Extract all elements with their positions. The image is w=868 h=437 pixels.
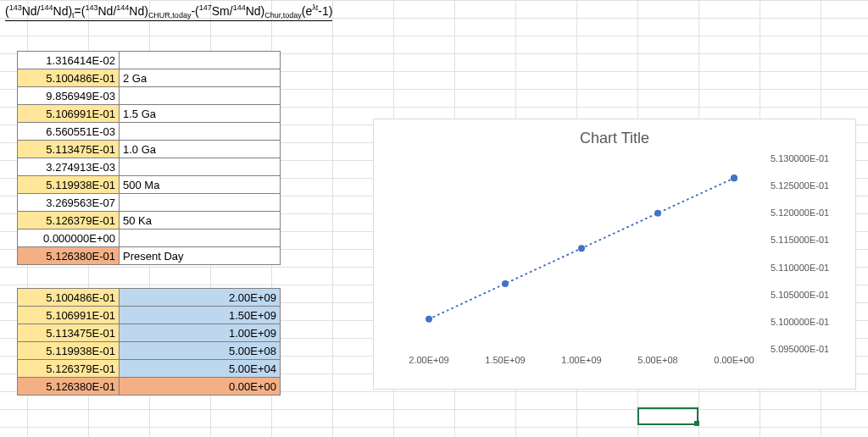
t1-cell-a[interactable]: 9.856949E-03: [18, 87, 120, 105]
t1-cell-b[interactable]: 1.5 Ga: [120, 105, 281, 123]
t2-cell-b[interactable]: 0.00E+00: [120, 378, 281, 396]
x-tick-label: 2.00E+09: [409, 355, 448, 365]
y-tick-label: 5.095000E-01: [771, 344, 829, 354]
y-tick-label: 5.120000E-01: [771, 207, 829, 218]
svg-point-2: [578, 245, 585, 252]
t1-cell-a[interactable]: 0.000000E+00: [18, 230, 120, 247]
t2-cell-b[interactable]: 1.00E+09: [120, 324, 281, 342]
t1-cell-a[interactable]: 5.126380E-01: [18, 247, 120, 265]
t1-cell-a[interactable]: 5.106991E-01: [18, 105, 120, 123]
t1-cell-a[interactable]: 6.560551E-03: [18, 123, 120, 141]
t1-cell-b[interactable]: [120, 230, 281, 247]
t1-cell-b[interactable]: [120, 87, 281, 105]
x-tick-label: 1.00E+09: [561, 355, 601, 365]
t2-cell-b[interactable]: 1.50E+09: [120, 307, 281, 324]
t2-cell-b[interactable]: 5.00E+04: [120, 360, 281, 378]
t1-cell-a[interactable]: 5.100486E-01: [18, 69, 120, 87]
t1-cell-b[interactable]: [120, 52, 281, 69]
y-tick-label: 5.110000E-01: [771, 263, 829, 273]
formula-text: (143Nd/144Nd)t=(143Nd/144Nd)CHUR,today-(…: [5, 3, 332, 21]
y-tick-label: 5.100000E-01: [771, 317, 829, 327]
y-tick-label: 5.130000E-01: [771, 153, 829, 163]
chart-title: Chart Title: [374, 130, 855, 147]
t1-cell-b[interactable]: 1.0 Ga: [120, 141, 281, 158]
t1-cell-b[interactable]: 2 Ga: [120, 69, 281, 87]
t1-cell-b[interactable]: 50 Ka: [120, 212, 281, 230]
y-tick-label: 5.125000E-01: [771, 180, 829, 191]
t1-cell-a[interactable]: 5.126379E-01: [18, 212, 120, 230]
svg-point-3: [654, 210, 661, 217]
t1-cell-a[interactable]: 5.113475E-01: [18, 141, 120, 158]
t1-cell-b[interactable]: Present Day: [120, 247, 281, 265]
chart-y-axis: 5.130000E-015.125000E-015.120000E-015.11…: [771, 158, 852, 349]
t2-cell-a[interactable]: 5.106991E-01: [18, 307, 120, 324]
y-tick-label: 5.115000E-01: [771, 235, 829, 245]
t2-cell-a[interactable]: 5.113475E-01: [18, 324, 120, 342]
embedded-chart[interactable]: Chart Title 5.130000E-015.125000E-015.12…: [373, 119, 856, 390]
t1-cell-b[interactable]: 500 Ma: [120, 176, 281, 194]
x-tick-label: 5.00E+08: [637, 355, 677, 365]
chart-plot-area: [399, 158, 764, 349]
x-tick-label: 0.00E+00: [714, 355, 754, 365]
x-tick-label: 1.50E+09: [485, 355, 525, 365]
svg-point-5: [731, 174, 737, 181]
svg-point-0: [426, 316, 432, 323]
t2-cell-b[interactable]: 5.00E+08: [120, 342, 281, 360]
svg-point-1: [502, 280, 509, 287]
t2-cell-a[interactable]: 5.126380E-01: [18, 378, 120, 396]
t1-cell-a[interactable]: 3.274913E-03: [18, 158, 120, 176]
t2-cell-b[interactable]: 2.00E+09: [120, 289, 281, 307]
value-label-table[interactable]: 1.316414E-025.100486E-012 Ga9.856949E-03…: [17, 51, 281, 265]
t1-cell-b[interactable]: [120, 194, 281, 212]
chart-x-axis: 2.00E+091.50E+091.00E+095.00E+080.00E+00: [399, 355, 764, 368]
t1-cell-b[interactable]: [120, 158, 281, 176]
y-tick-label: 5.105000E-01: [771, 290, 829, 300]
t1-cell-a[interactable]: 3.269563E-07: [18, 194, 120, 212]
t1-cell-b[interactable]: [120, 123, 281, 141]
xy-data-table[interactable]: 5.100486E-012.00E+095.106991E-011.50E+09…: [17, 288, 281, 396]
t2-cell-a[interactable]: 5.126379E-01: [18, 360, 120, 378]
active-cell-cursor[interactable]: [637, 407, 698, 425]
t1-cell-a[interactable]: 5.119938E-01: [18, 176, 120, 194]
t1-cell-a[interactable]: 1.316414E-02: [18, 52, 120, 69]
t2-cell-a[interactable]: 5.100486E-01: [18, 289, 120, 307]
t2-cell-a[interactable]: 5.119938E-01: [18, 342, 120, 360]
